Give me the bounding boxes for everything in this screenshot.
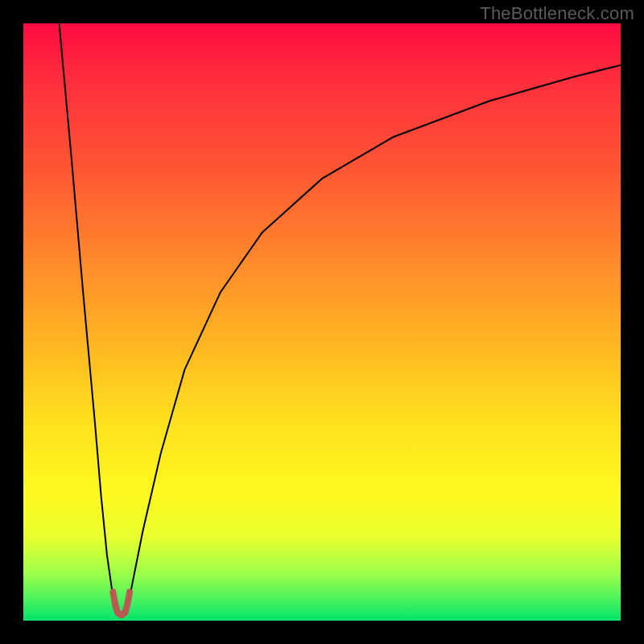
- watermark-text: TheBottleneck.com: [480, 3, 634, 24]
- curve-left-branch: [60, 23, 117, 615]
- min-marker: [113, 592, 130, 615]
- chart-frame: TheBottleneck.com: [0, 0, 644, 644]
- curve-right-branch: [126, 65, 621, 615]
- chart-svg: [23, 23, 621, 621]
- plot-area: [23, 23, 621, 621]
